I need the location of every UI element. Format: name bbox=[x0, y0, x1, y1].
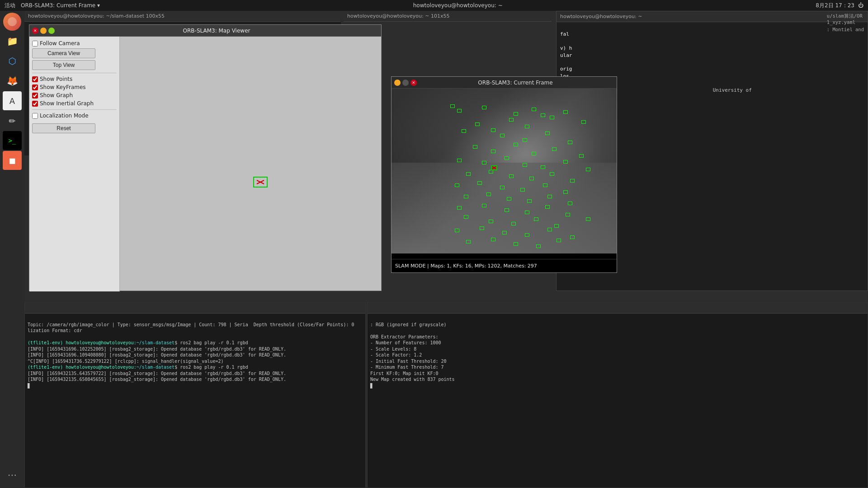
slam-status-text: SLAM MODE | Maps: 1, KFs: 16, MPs: 1202,… bbox=[395, 263, 537, 269]
feature-point-2 bbox=[514, 112, 518, 116]
feature-point-51 bbox=[505, 208, 509, 212]
show-keyframes-input[interactable] bbox=[32, 84, 38, 90]
current-frame-title: ORB-SLAM3: Current Frame bbox=[417, 80, 614, 86]
current-frame-restore-btn[interactable] bbox=[402, 80, 409, 86]
dock-icon-terminal[interactable]: >_ bbox=[3, 131, 22, 150]
feature-point-11 bbox=[563, 110, 568, 114]
dock-icon-apps[interactable]: ⋯ bbox=[3, 465, 22, 484]
feature-point-30 bbox=[586, 168, 590, 171]
show-inertial-graph-input[interactable] bbox=[32, 101, 38, 107]
feature-point-65 bbox=[547, 228, 552, 231]
controls-separator-1 bbox=[32, 73, 117, 73]
map-viewer-canvas bbox=[120, 37, 381, 291]
current-frame-window: ✕ ORB-SLAM3: Current Frame SLAM MODE | M… bbox=[391, 76, 617, 273]
localization-mode-input[interactable] bbox=[32, 113, 38, 119]
show-inertial-graph-checkbox[interactable]: Show Inertial Graph bbox=[32, 100, 117, 107]
show-keyframes-checkbox[interactable]: Show KeyFrames bbox=[32, 84, 117, 90]
topbar-right: 8月2日 17：23 ⏻ bbox=[816, 2, 863, 9]
feature-points-container bbox=[392, 89, 617, 253]
map-viewer-window: ✕ ORB-SLAM3: Map Viewer Follow Camera Ca… bbox=[29, 24, 382, 291]
feature-point-53 bbox=[545, 205, 550, 209]
feature-point-46 bbox=[527, 199, 532, 203]
follow-camera-input[interactable] bbox=[32, 41, 38, 47]
terminal-top-left-title: howtoloveyou@howtoloveyou: ~/slam-datase… bbox=[28, 13, 165, 19]
feature-point-70 bbox=[536, 244, 541, 248]
show-graph-input[interactable] bbox=[32, 93, 38, 99]
feature-point-29 bbox=[563, 160, 568, 164]
feature-point-63 bbox=[502, 231, 507, 235]
dock-icon-orange[interactable]: ■ bbox=[3, 151, 22, 170]
reset-btn[interactable]: Reset bbox=[32, 123, 95, 133]
feature-point-49 bbox=[457, 206, 462, 210]
map-viewer-title: ORB-SLAM3: Map Viewer bbox=[55, 28, 378, 34]
show-graph-checkbox[interactable]: Show Graph bbox=[32, 92, 117, 99]
feature-point-47 bbox=[547, 195, 552, 198]
feature-point-69 bbox=[514, 242, 518, 246]
feature-point-42 bbox=[563, 190, 568, 194]
map-viewer-maximize-btn[interactable] bbox=[48, 28, 55, 34]
feature-point-13 bbox=[462, 129, 466, 133]
feature-point-1 bbox=[482, 106, 486, 109]
dock-icon-firefox[interactable]: 🦊 bbox=[3, 71, 22, 90]
feature-point-52 bbox=[525, 211, 529, 214]
dock-icon-vscode[interactable]: ⬡ bbox=[3, 52, 22, 70]
camera-center-marker bbox=[491, 165, 497, 170]
dock-icon-files[interactable]: 📁 bbox=[3, 32, 22, 51]
feature-point-45 bbox=[507, 197, 511, 201]
dock-icon-text[interactable]: A bbox=[3, 91, 22, 110]
feature-point-54 bbox=[566, 213, 570, 216]
feature-point-0 bbox=[457, 109, 462, 113]
current-frame-win-buttons: ✕ bbox=[394, 80, 417, 86]
activities-label[interactable]: 活动 bbox=[5, 2, 15, 9]
feature-point-14 bbox=[500, 134, 505, 137]
feature-point-26 bbox=[505, 156, 509, 160]
map-viewer-titlebar: ✕ ORB-SLAM3: Map Viewer bbox=[29, 25, 381, 37]
feature-point-3 bbox=[532, 108, 536, 111]
svg-point-0 bbox=[8, 17, 17, 26]
terminal-bottom-left-content: Topic: /camera/rgb/image_color | Type: s… bbox=[25, 314, 365, 397]
localization-mode-checkbox[interactable]: Localization Mode bbox=[32, 113, 117, 119]
terminal-bottom-right-titlebar bbox=[368, 303, 868, 314]
feature-point-10 bbox=[541, 113, 545, 117]
feature-point-24 bbox=[457, 159, 462, 162]
current-frame-titlebar: ✕ ORB-SLAM3: Current Frame bbox=[392, 77, 617, 89]
feature-point-66 bbox=[570, 235, 575, 239]
feature-point-17 bbox=[568, 141, 572, 144]
top-view-btn[interactable]: Top View bbox=[32, 60, 95, 70]
feature-point-61 bbox=[455, 229, 459, 232]
show-points-input[interactable] bbox=[32, 76, 38, 82]
application-dock: 📁 ⬡ 🦊 A ✏️ >_ ■ ⋯ bbox=[0, 11, 24, 488]
map-viewer-minimize-btn[interactable] bbox=[40, 28, 47, 34]
feature-point-31 bbox=[466, 172, 471, 176]
feature-point-5 bbox=[450, 104, 455, 108]
current-frame-minimize-btn[interactable] bbox=[394, 80, 401, 86]
current-frame-close-btn[interactable]: ✕ bbox=[410, 80, 417, 86]
feature-point-15 bbox=[523, 138, 527, 142]
feature-point-18 bbox=[473, 145, 477, 149]
map-viewer-close-btn[interactable]: ✕ bbox=[32, 28, 38, 34]
orb-right-titlebar: howtoloveyou@howtoloveyou: ~ bbox=[557, 11, 868, 22]
feature-point-43 bbox=[464, 195, 468, 198]
feature-point-23 bbox=[579, 154, 584, 158]
feature-point-56 bbox=[464, 215, 468, 219]
power-icon[interactable]: ⏻ bbox=[858, 2, 863, 9]
current-frame-image bbox=[392, 89, 617, 253]
map-viewer-win-buttons: ✕ bbox=[32, 28, 55, 34]
feature-point-27 bbox=[523, 163, 527, 167]
dock-icon-logo[interactable] bbox=[3, 13, 21, 31]
feature-point-4 bbox=[550, 116, 554, 119]
feature-point-20 bbox=[514, 143, 518, 146]
feature-point-55 bbox=[586, 217, 590, 221]
camera-marker bbox=[253, 177, 268, 189]
camera-view-btn[interactable]: Camera View bbox=[32, 48, 95, 58]
feature-point-41 bbox=[543, 183, 547, 187]
feature-point-37 bbox=[455, 183, 459, 187]
feature-point-35 bbox=[550, 172, 554, 176]
show-points-checkbox[interactable]: Show Points bbox=[32, 76, 117, 82]
dock-icon-pencil[interactable]: ✏️ bbox=[3, 111, 22, 130]
feature-point-32 bbox=[489, 170, 493, 174]
app-title-topbar[interactable]: ORB-SLAM3: Current Frame ▾ bbox=[21, 2, 100, 9]
grayscale-scene bbox=[392, 89, 617, 253]
feature-point-34 bbox=[529, 177, 534, 180]
follow-camera-checkbox[interactable]: Follow Camera bbox=[32, 40, 117, 47]
